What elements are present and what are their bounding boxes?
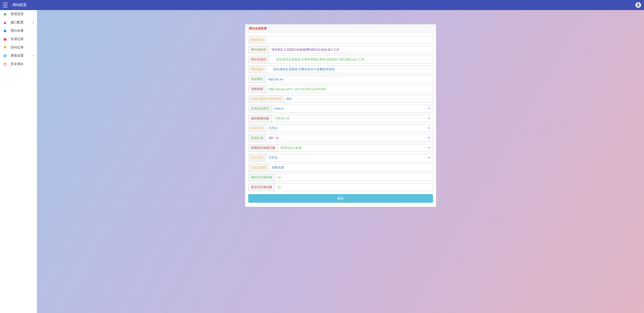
calendar-icon xyxy=(3,37,7,41)
field-label: 网站副标题 xyxy=(249,46,269,53)
field-anti-brush: 防刷生成 1秒一次 xyxy=(248,134,433,142)
field-label: 在线人数统计有效时间 xyxy=(249,95,284,102)
sidebar-item-label: 系统设置 xyxy=(11,54,24,58)
field-site-url: 本站网址 xyxy=(248,75,433,83)
sidebar-item-label: 管理首页 xyxy=(11,12,24,16)
field-label: 跳转链接切换 xyxy=(249,115,272,122)
sidebar-item-label: 访问记录 xyxy=(11,45,24,50)
submit-button[interactable]: 修改 xyxy=(248,194,433,203)
sidebar-item-label: 接口配置 xyxy=(11,20,24,25)
field-group-link: 加群链接 xyxy=(248,85,433,93)
sidebar-item-gen-records[interactable]: 生成记录 xyxy=(0,35,37,43)
svg-rect-7 xyxy=(4,38,7,39)
main-content: 网站信息配置 网站标题 网站副标题 网站关键词 网站描述 本站网址 xyxy=(37,0,644,313)
redirect-switch-select[interactable]: ①本地入库 xyxy=(272,115,433,122)
field-label: 自定义标题 xyxy=(249,164,269,171)
config-panel: 网站信息配置 网站标题 网站副标题 网站关键词 网站描述 本站网址 xyxy=(245,24,436,207)
svg-point-3 xyxy=(638,4,639,5)
field-label: 网站标题 xyxy=(249,36,266,44)
field-label: 直连可生成次数 xyxy=(249,184,275,191)
field-label: 统计开关 xyxy=(249,154,266,161)
field-online-stat-ttl: 在线人数统计有效时间 xyxy=(248,95,433,103)
direct-gen-count-input[interactable] xyxy=(275,184,433,191)
svg-point-4 xyxy=(638,5,638,5)
field-label: 首选短链类型 xyxy=(249,105,272,112)
triangle-icon xyxy=(3,21,7,25)
field-stat-switch-1: 统计开关 ①开启 xyxy=(248,124,433,132)
chevron-down-icon: ▾ xyxy=(33,54,34,57)
redirect-gen-count-input[interactable] xyxy=(275,174,433,181)
panel-body: 网站标题 网站副标题 网站关键词 网站描述 本站网址 加群链接 xyxy=(245,33,436,207)
sidebar-item-api-config[interactable]: 接口配置 ▾ xyxy=(0,18,37,27)
bell-icon xyxy=(3,46,7,50)
chevron-down-icon: ▾ xyxy=(33,21,34,24)
field-direct-gen-count: 直连可生成次数 xyxy=(248,183,433,191)
app-header: 网站配置 xyxy=(0,0,644,10)
stat-switch-2-select[interactable]: ①开启 xyxy=(266,154,433,161)
panel-heading: 网站信息配置 xyxy=(245,24,436,33)
site-desc-input[interactable] xyxy=(266,66,433,73)
power-icon xyxy=(3,62,7,66)
sidebar-item-label: 生成记录 xyxy=(11,37,24,41)
field-label: 跳转可生成次数 xyxy=(249,174,275,181)
field-title-scheme: 获取防红标题方案 使用自定义标题 xyxy=(248,144,433,152)
home-icon xyxy=(3,12,7,16)
field-label: 统计开关 xyxy=(249,125,266,132)
field-custom-title: 自定义标题 xyxy=(248,164,433,171)
sidebar-item-system-settings[interactable]: 系统设置 ▾ xyxy=(0,52,37,60)
field-redirect-gen-count: 跳转可生成次数 xyxy=(248,173,433,181)
site-url-input[interactable] xyxy=(266,76,433,83)
field-site-title: 网站标题 xyxy=(248,36,433,44)
gear-icon xyxy=(3,54,7,58)
sidebar-item-logout[interactable]: 安全退出 xyxy=(0,60,37,68)
field-label: 网站关键词 xyxy=(249,56,269,63)
site-title-input[interactable] xyxy=(266,36,433,44)
sidebar: 管理首页 接口配置 ▾ 黑白名单 生成记录 访问记录 系统设置 ▾ 安全退出 xyxy=(0,10,37,313)
field-site-desc: 网站描述 xyxy=(248,65,433,73)
tag-icon xyxy=(3,29,7,33)
svg-point-2 xyxy=(638,4,638,5)
sidebar-item-blackwhite-list[interactable]: 黑白名单 xyxy=(0,27,37,35)
field-label: 网站描述 xyxy=(249,66,266,73)
field-site-keywords: 网站关键词 xyxy=(248,56,433,63)
field-label: 获取防红标题方案 xyxy=(249,144,278,152)
sidebar-item-visit-records[interactable]: 访问记录 xyxy=(0,43,37,52)
online-stat-ttl-input[interactable] xyxy=(284,95,433,102)
stat-switch-1-select[interactable]: ①开启 xyxy=(266,125,433,132)
sidebar-item-home[interactable]: 管理首页 xyxy=(0,10,37,18)
page-title: 网站配置 xyxy=(13,3,27,7)
site-keywords-input[interactable] xyxy=(269,56,433,63)
field-site-subtitle: 网站副标题 xyxy=(248,46,433,54)
qq-penguin-icon xyxy=(636,3,640,7)
avatar[interactable] xyxy=(635,2,641,8)
site-subtitle-input[interactable] xyxy=(269,46,433,53)
field-redirect-switch: 跳转链接切换 ①本地入库 xyxy=(248,115,433,122)
sidebar-item-label: 黑白名单 xyxy=(11,29,24,33)
field-label: 防刷生成 xyxy=(249,134,266,142)
field-stat-switch-2: 统计开关 ①开启 xyxy=(248,154,433,162)
custom-title-input[interactable] xyxy=(269,164,433,171)
anti-brush-select[interactable]: 1秒一次 xyxy=(266,134,433,142)
group-link-input[interactable] xyxy=(266,85,433,93)
menu-toggle-icon[interactable] xyxy=(3,3,8,7)
short-link-pref-select[interactable]: mrw.so xyxy=(272,105,433,112)
field-short-link-pref: 首选短链类型 mrw.so xyxy=(248,105,433,113)
title-scheme-select[interactable]: 使用自定义标题 xyxy=(278,144,433,151)
sidebar-item-label: 安全退出 xyxy=(11,62,24,66)
svg-rect-5 xyxy=(4,30,6,32)
field-label: 加群链接 xyxy=(249,85,266,93)
field-label: 本站网址 xyxy=(249,76,266,83)
